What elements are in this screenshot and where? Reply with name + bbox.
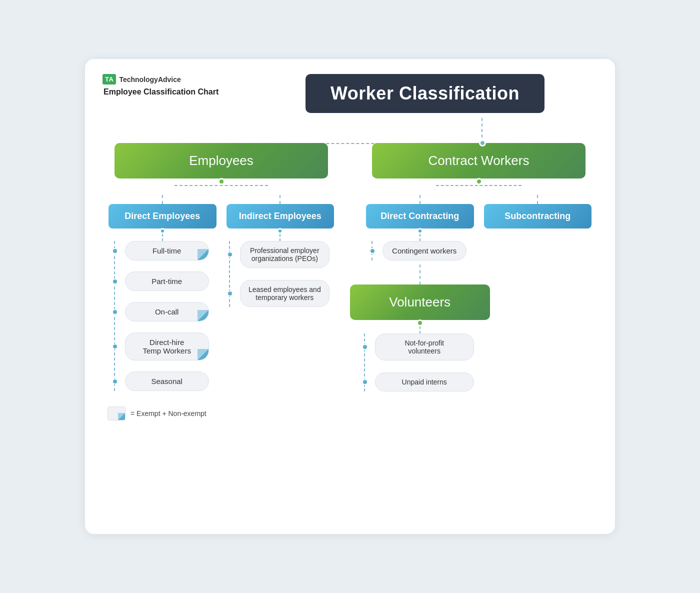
employees-box: Employees xyxy=(114,143,328,178)
employees-branch: Employees Direct Employees xyxy=(102,143,340,391)
leaf-directhire: Direct-hireTemp Workers xyxy=(125,332,209,360)
list-item: Full-time xyxy=(125,241,209,260)
indirect-employees-list: Professional employerorganizations (PEOs… xyxy=(238,241,332,307)
leaf-contingent: Contingent workers xyxy=(382,241,466,260)
list-item: Contingent workers xyxy=(382,241,466,260)
chart-container: TA TechnologyAdvice Employee Classificat… xyxy=(85,59,615,534)
logo: TA TechnologyAdvice xyxy=(102,74,242,84)
title-box: Worker Classification xyxy=(252,74,598,113)
direct-employees-box: Direct Employees xyxy=(108,204,216,228)
indirect-employees-branch: Indirect Employees Professional employer… xyxy=(226,195,334,391)
list-item: Part-time xyxy=(125,272,209,291)
chart-subtitle: Employee Classification Chart xyxy=(104,88,242,96)
list-item: Seasonal xyxy=(125,372,209,391)
list-item: Unpaid interns xyxy=(375,372,474,392)
subcontracting-box: Subcontracting xyxy=(484,204,592,228)
contract-workers-branch: Contract Workers Direct Contracting xyxy=(360,143,598,392)
direct-employees-branch: Direct Employees Full-time xyxy=(108,195,216,391)
list-item: Not-for-profitvolunteers xyxy=(375,334,474,360)
list-item: Leased employees andtemporary workers xyxy=(240,280,330,307)
leaf-seasonal: Seasonal xyxy=(125,372,209,391)
header-row: TA TechnologyAdvice Employee Classificat… xyxy=(102,74,598,113)
leaf-peo: Professional employerorganizations (PEOs… xyxy=(240,241,330,268)
logo-box: TA xyxy=(102,74,116,84)
leaf-part-time: Part-time xyxy=(125,272,209,291)
volunteers-box: Volunteers xyxy=(350,284,490,320)
direct-contracting-list: Contingent workers xyxy=(380,241,468,260)
main-title: Worker Classification xyxy=(306,74,544,113)
legend-text: = Exempt + Non-exempt xyxy=(130,410,206,418)
subcontracting-branch: Subcontracting xyxy=(484,195,592,392)
leaf-leased: Leased employees andtemporary workers xyxy=(240,280,330,307)
list-item: Professional employerorganizations (PEOs… xyxy=(240,241,330,268)
legend: = Exempt + Non-exempt xyxy=(102,406,598,420)
list-item: Direct-hireTemp Workers xyxy=(125,332,209,360)
leaf-on-call: On-call xyxy=(125,302,209,322)
direct-contracting-box: Direct Contracting xyxy=(366,204,474,228)
leaf-interns: Unpaid interns xyxy=(375,372,474,392)
direct-contracting-branch: Direct Contracting Contingent workers xyxy=(366,195,474,392)
logo-text: TechnologyAdvice xyxy=(119,76,180,84)
list-item: On-call xyxy=(125,302,209,322)
volunteers-section: Volunteers Not-for-profitvolunteers xyxy=(350,284,490,392)
direct-employees-list: Full-time Part-time On-call xyxy=(123,241,211,391)
leaf-nonprofit: Not-for-profitvolunteers xyxy=(375,334,474,360)
logo-area: TA TechnologyAdvice Employee Classificat… xyxy=(102,74,242,96)
contract-workers-box: Contract Workers xyxy=(372,143,586,178)
leaf-full-time: Full-time xyxy=(125,241,209,260)
legend-icon xyxy=(108,406,126,420)
indirect-employees-box: Indirect Employees xyxy=(226,204,334,228)
volunteers-list: Not-for-profitvolunteers Unpaid interns xyxy=(373,334,476,392)
